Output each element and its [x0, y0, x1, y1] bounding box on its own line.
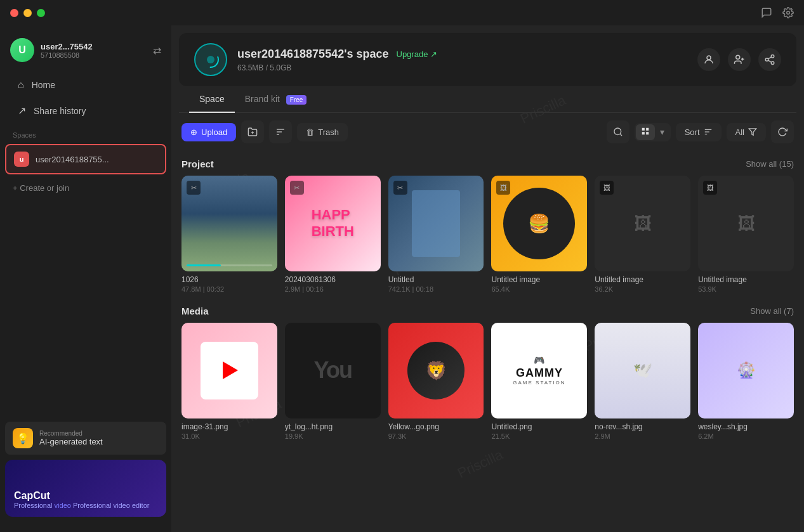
space-header: user2014618875542's space Upgrade ↗ 63.5… — [179, 33, 796, 86]
sidebar-item-share-history[interactable]: ↗ Share history — [5, 98, 166, 123]
youtube-play-icon — [223, 361, 238, 379]
maximize-button[interactable] — [37, 9, 45, 17]
file-card-norev[interactable]: 🕊️ no-rev...sh.jpg 2.9M — [595, 323, 690, 440]
spaces-section: Spaces u user20146188755... — [0, 129, 171, 174]
file-card-1026[interactable]: ✂ 1026 47.8M | 00:32 — [181, 176, 277, 293]
tab-brand-kit[interactable]: Brand kit Free — [235, 86, 317, 113]
share-link-button[interactable] — [758, 48, 781, 71]
space-title-row: user2014618875542's space Upgrade ↗ — [237, 48, 687, 61]
file-meta-untitledpng: 21.5K — [491, 432, 587, 440]
image-icon: 🖼 — [496, 181, 510, 195]
svg-line-11 — [768, 57, 771, 59]
space-badge: u — [14, 152, 29, 167]
svg-point-7 — [771, 55, 774, 58]
file-meta-1026: 47.8M | 00:32 — [181, 285, 277, 293]
file-card-image31[interactable]: image-31.png 31.0K — [181, 323, 277, 440]
file-card-untitled-2[interactable]: 🖼 🖼 Untitled image 36.2K — [595, 176, 690, 293]
file-meta-ytlog: 19.9K — [285, 432, 381, 440]
svg-point-8 — [765, 58, 768, 62]
file-thumb-yellowgo: 🦁 — [388, 323, 484, 418]
file-name-wesley: wesley...sh.jpg — [698, 422, 794, 431]
tab-space[interactable]: Space — [189, 86, 235, 113]
refresh-button[interactable] — [771, 120, 794, 143]
grid-view-button[interactable] — [636, 124, 655, 140]
sort-icon — [704, 127, 713, 136]
add-user-button[interactable] — [728, 48, 751, 71]
svg-rect-19 — [642, 127, 644, 130]
file-thumb-couple: ✂ — [388, 176, 484, 271]
file-name-birthday: 202403061306 — [285, 275, 381, 284]
free-badge: Free — [286, 95, 307, 105]
media-show-all-button[interactable]: Show all (7) — [750, 306, 794, 316]
home-icon: ⌂ — [18, 79, 24, 91]
project-section-header: Project Show all (15) — [181, 151, 794, 176]
file-card-couple[interactable]: ✂ Untitled 742.1K | 00:18 — [388, 176, 484, 293]
user-profile-button[interactable] — [697, 48, 720, 71]
trash-icon: 🗑 — [306, 127, 314, 137]
sidebar-item-home[interactable]: ⌂ Home — [5, 73, 166, 97]
file-thumb-ytlog: You — [285, 323, 381, 418]
tabs-row: Space Brand kit Free — [179, 86, 796, 113]
media-section-header: Media Show all (7) — [181, 298, 794, 323]
file-name-1026: 1026 — [181, 275, 277, 284]
user-section[interactable]: U user2...75542 5710885508 ⇄ — [0, 33, 171, 67]
project-files-grid: ✂ 1026 47.8M | 00:32 ✂ HAPPBIRTH 2024030… — [181, 176, 794, 293]
capcut-banner[interactable]: CapCut Professional video Professional v… — [5, 460, 166, 517]
placeholder-icon: 🖼 — [634, 213, 652, 234]
file-thumb-wesley: 🎡 — [698, 323, 794, 418]
file-card-burger[interactable]: 🖼 🍔 Untitled image 65.4K — [491, 176, 587, 293]
new-folder-button[interactable] — [241, 120, 264, 143]
create-join-button[interactable]: + Create or join — [0, 177, 171, 199]
chevron-down-button[interactable]: ▾ — [655, 124, 669, 140]
trash-button[interactable]: 🗑 Trash — [297, 123, 348, 141]
file-name-untitledpng: Untitled.png — [491, 422, 587, 431]
settings-icon[interactable] — [782, 7, 794, 18]
recommended-item[interactable]: 💡 Recommended AI-generated text — [5, 422, 166, 455]
gammy-sub-text: GAME STATION — [513, 380, 565, 386]
file-card-untitled-3[interactable]: 🖼 🖼 Untitled image 53.9K — [698, 176, 794, 293]
sort-button[interactable]: Sort — [676, 123, 722, 141]
upgrade-button[interactable]: Upgrade ↗ — [397, 49, 437, 59]
file-card-ytlog[interactable]: You yt_log...ht.png 19.9K — [285, 323, 381, 440]
file-card-birthday[interactable]: ✂ HAPPBIRTH 202403061306 2.9M | 00:16 — [285, 176, 381, 293]
minimize-button[interactable] — [23, 9, 32, 17]
svg-rect-21 — [642, 132, 644, 134]
file-thumb-burger: 🖼 🍔 — [491, 176, 587, 271]
recommended-icon: 💡 — [13, 428, 33, 448]
you-text: You — [314, 357, 352, 384]
file-name-couple: Untitled — [388, 275, 484, 284]
birthday-text: HAPPBIRTH — [285, 176, 381, 271]
image-icon-2: 🖼 — [600, 181, 614, 195]
svg-point-17 — [614, 128, 621, 135]
recommended-title: AI-generated text — [39, 437, 103, 446]
user-name: user2...75542 — [41, 42, 147, 51]
burger-visual: 🍔 — [503, 188, 575, 259]
svg-point-2 — [207, 56, 214, 63]
file-name-image31: image-31.png — [181, 422, 277, 431]
space-info: user2014618875542's space Upgrade ↗ 63.5… — [237, 48, 687, 72]
search-button[interactable] — [607, 120, 629, 143]
sidebar-bottom: 💡 Recommended AI-generated text CapCut P… — [0, 414, 171, 524]
switch-account-icon[interactable]: ⇄ — [153, 44, 161, 56]
close-button[interactable] — [10, 9, 18, 17]
sort-list-button[interactable] — [269, 120, 292, 143]
video-cut-icon: ✂ — [187, 181, 201, 195]
image-icon-3: 🖼 — [703, 181, 717, 195]
svg-rect-22 — [646, 132, 649, 134]
file-name-yellowgo: Yellow...go.png — [388, 422, 484, 431]
file-card-wesley[interactable]: 🎡 wesley...sh.jpg 6.2M — [698, 323, 794, 440]
file-card-untitledpng[interactable]: 🎮 GAMMY GAME STATION Untitled.png 21.5K — [491, 323, 587, 440]
filter-all-button[interactable]: All — [727, 123, 766, 141]
chat-icon[interactable] — [761, 7, 772, 18]
file-card-yellowgo[interactable]: 🦁 Yellow...go.png 97.3K — [388, 323, 484, 440]
refresh-icon — [777, 127, 788, 137]
space-storage: 63.5MB / 5.0GB — [237, 63, 687, 72]
recommended-label: Recommended — [39, 430, 103, 437]
spaces-label: Spaces — [5, 129, 166, 141]
project-show-all-button[interactable]: Show all (15) — [746, 159, 794, 169]
space-item-user[interactable]: u user20146188755... — [5, 144, 166, 174]
header-actions — [697, 48, 781, 71]
upload-button[interactable]: ⊕ Upload — [181, 123, 236, 141]
file-thumb-image31 — [181, 323, 277, 418]
placeholder-icon-2: 🖼 — [737, 213, 755, 234]
